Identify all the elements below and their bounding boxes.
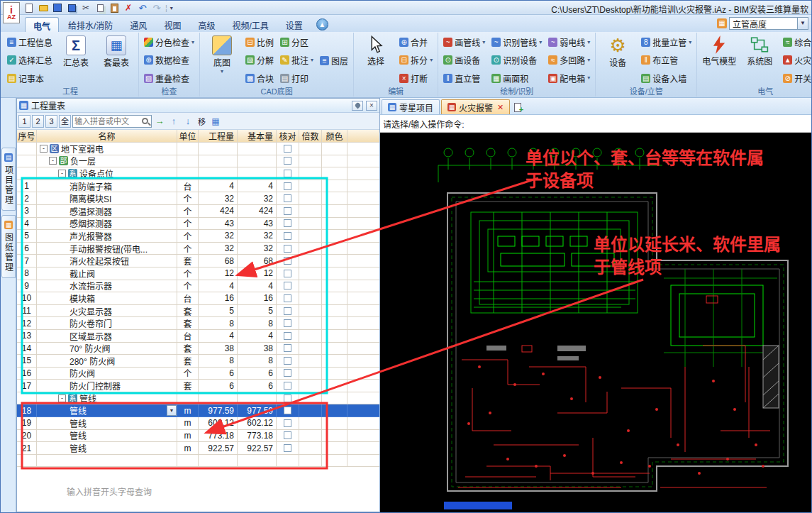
- collapse-icon[interactable]: -: [40, 145, 48, 153]
- table-row[interactable]: 12防火卷帘门套88: [17, 317, 379, 330]
- system-diagram-button[interactable]: 系统图: [740, 33, 779, 87]
- table-group-row[interactable]: -系设备点位: [17, 167, 379, 180]
- table-row[interactable]: 1470° 防火阀套3838: [17, 343, 379, 355]
- identify-device-button[interactable]: ⊙识别设备: [489, 53, 544, 68]
- check-checkbox[interactable]: [284, 194, 291, 202]
- table-row[interactable]: 11火灾显示器套55: [17, 305, 379, 318]
- overlap-check-button[interactable]: ▧重叠检查: [142, 70, 196, 86]
- check-checkbox[interactable]: [284, 307, 291, 315]
- save-button[interactable]: [52, 2, 63, 13]
- check-checkbox[interactable]: [284, 257, 291, 265]
- check-checkbox[interactable]: [284, 270, 291, 277]
- table-row[interactable]: 3感温探测器个424424: [17, 205, 379, 218]
- table-row[interactable]: 13区域显示器台44: [17, 330, 379, 343]
- pin-panel-button[interactable]: [352, 101, 363, 111]
- draw-area-button[interactable]: ▦画面积: [489, 70, 544, 86]
- column-header-multiple[interactable]: 倍数: [299, 130, 322, 143]
- level-3-button[interactable]: 3: [45, 115, 57, 128]
- column-header-base[interactable]: 基本量: [238, 130, 277, 143]
- table-row[interactable]: 16防火阀个66: [17, 368, 379, 380]
- data-check-button[interactable]: ⊕数据检查: [142, 53, 196, 68]
- multi-loop-button[interactable]: ≈多回路▾: [546, 53, 592, 68]
- collapse-icon[interactable]: -: [58, 170, 66, 177]
- table-row[interactable]: 6手动报警按钮(带电...个3232: [17, 243, 379, 255]
- layers-button[interactable]: ≡图层: [318, 53, 350, 68]
- table-row[interactable]: 10模块箱台1616: [17, 292, 379, 305]
- select-tool-button[interactable]: 选择: [357, 33, 395, 87]
- column-header-name[interactable]: 名称: [37, 130, 177, 143]
- chevron-down-icon[interactable]: ▼: [797, 18, 808, 29]
- check-checkbox[interactable]: [284, 332, 291, 340]
- drawing-tab-fire-alarm[interactable]: ▦ 火灾报警 ✕: [441, 99, 510, 114]
- riser-height-combo[interactable]: 立管高度 ▼: [729, 17, 808, 30]
- cad-canvas[interactable]: [380, 133, 811, 512]
- table-row[interactable]: 8截止阀个1212: [17, 267, 379, 280]
- delete-button[interactable]: ✗: [123, 2, 134, 13]
- table-empty-row[interactable]: [17, 455, 379, 468]
- go-search-button[interactable]: →: [153, 115, 166, 128]
- open-button[interactable]: [38, 2, 49, 13]
- close-panel-button[interactable]: ×: [366, 101, 377, 111]
- save-all-button[interactable]: [66, 2, 77, 13]
- summary-table-button[interactable]: Σ汇总表: [57, 33, 95, 87]
- expand-all-button[interactable]: 全: [59, 115, 71, 128]
- select-summary-button[interactable]: ✓选择汇总: [5, 53, 55, 68]
- vertical-pipe-button[interactable]: ‖直立管: [441, 70, 487, 86]
- table-group-row[interactable]: -部负一层: [17, 155, 379, 168]
- batch-riser-button[interactable]: 8批量立管▾: [639, 35, 694, 50]
- table-row[interactable]: 19管线m602.12602.12: [17, 417, 379, 430]
- table-row[interactable]: 7消火栓起泵按钮套6868: [17, 255, 379, 267]
- table-row[interactable]: 15280° 防火阀套88: [17, 355, 379, 368]
- device-in-wall-button[interactable]: ▤设备入墙: [639, 70, 694, 86]
- annotate-button[interactable]: ✎批注▾: [278, 53, 316, 68]
- color-check-button[interactable]: 分色检查▾: [142, 35, 196, 50]
- toolbar-options-arrow-icon[interactable]: ▾: [170, 5, 173, 11]
- tab-ventilation[interactable]: 通风: [122, 17, 155, 32]
- previous-result-button[interactable]: ↑: [167, 115, 180, 128]
- column-header-unit[interactable]: 单位: [177, 130, 199, 143]
- name-combo-button[interactable]: ▼: [167, 405, 177, 416]
- drawing-tab-misc[interactable]: ▦ 零星项目: [382, 99, 440, 114]
- draw-pipe-button[interactable]: ~画管线▾: [441, 35, 487, 50]
- electric-model-button[interactable]: 电气模型: [700, 33, 738, 87]
- tab-view[interactable]: 视图: [156, 17, 189, 32]
- check-checkbox[interactable]: [284, 282, 291, 289]
- check-checkbox[interactable]: [284, 444, 291, 452]
- print-button[interactable]: ▤打印: [278, 70, 316, 86]
- notepad-button[interactable]: ▤记事本: [5, 70, 55, 86]
- check-checkbox[interactable]: [284, 407, 291, 414]
- new-document-button[interactable]: [23, 2, 35, 13]
- table-row[interactable]: 20管线m773.18773.18: [17, 430, 379, 443]
- sidebar-tab-drawing-management[interactable]: ▦ 图纸管理: [1, 215, 16, 278]
- sidebar-tab-project-management[interactable]: ▤ 项目管理: [1, 148, 16, 211]
- base-map-button[interactable]: 底图▾: [203, 33, 241, 87]
- new-drawing-tab-button[interactable]: +: [511, 100, 524, 114]
- check-checkbox[interactable]: [284, 207, 291, 215]
- merge-button[interactable]: ⊕合并: [397, 35, 435, 50]
- level-1-button[interactable]: 1: [18, 115, 30, 128]
- check-checkbox[interactable]: [284, 357, 291, 365]
- tab-settings[interactable]: 设置: [278, 17, 311, 32]
- cable-routing-button[interactable]: ≈综合布线: [781, 35, 812, 50]
- tab-electrical[interactable]: 电气: [25, 17, 59, 32]
- table-row[interactable]: 18管线▼m977.59977.59: [17, 404, 379, 417]
- collapse-ribbon-button[interactable]: ▲: [316, 18, 328, 31]
- check-checkbox[interactable]: [284, 245, 291, 253]
- break-button[interactable]: ×打断: [397, 70, 435, 86]
- cut-button[interactable]: ✂: [80, 2, 91, 13]
- check-checkbox[interactable]: [284, 170, 291, 177]
- command-bar[interactable]: 请选择/输入操作命令:: [380, 115, 811, 133]
- table-row[interactable]: 2隔离模块SI个3232: [17, 192, 379, 205]
- level-2-button[interactable]: 2: [32, 115, 44, 128]
- place-riser-button[interactable]: ‖布立管: [639, 53, 694, 68]
- merge-block-button[interactable]: ▩合块: [243, 70, 276, 86]
- paste-button[interactable]: [109, 2, 120, 13]
- check-checkbox[interactable]: [284, 294, 291, 302]
- collapse-icon[interactable]: -: [49, 157, 57, 165]
- tab-advanced[interactable]: 高级: [190, 17, 223, 32]
- check-checkbox[interactable]: [284, 369, 291, 377]
- redo-button[interactable]: ↷: [151, 2, 162, 13]
- column-header-color[interactable]: 颜色: [322, 130, 347, 143]
- check-checkbox[interactable]: [284, 145, 291, 153]
- move-button[interactable]: 移: [196, 115, 208, 128]
